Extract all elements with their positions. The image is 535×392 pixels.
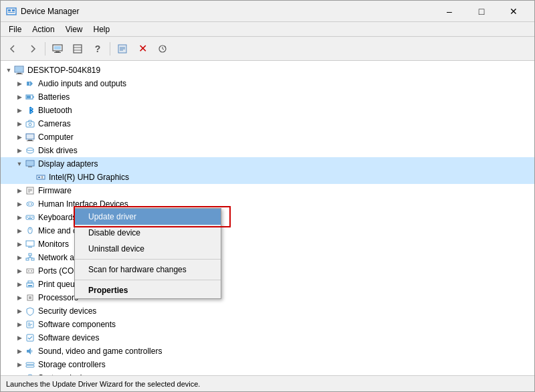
item-label: Cameras xyxy=(38,119,71,128)
root-label: DESKTOP-504K819 xyxy=(27,66,100,75)
list-item[interactable]: ▶ Storage controllers xyxy=(1,358,534,371)
expander: ▶ xyxy=(14,306,25,316)
ports-icon xyxy=(25,266,35,276)
svg-rect-54 xyxy=(26,258,29,260)
computer-button[interactable] xyxy=(48,39,67,58)
list-item[interactable]: ▶ Sound, video and game controllers xyxy=(1,345,534,358)
minimize-button[interactable]: – xyxy=(434,1,465,22)
list-item[interactable]: ▶ Audio inputs and outputs xyxy=(1,77,534,90)
separator-1 xyxy=(45,42,45,56)
content-area[interactable]: ▼ DESKTOP-504K819 ▶ Audio inputs xyxy=(1,61,534,375)
svg-rect-52 xyxy=(28,247,32,248)
svg-rect-6 xyxy=(56,52,60,52)
svg-rect-24 xyxy=(27,96,31,98)
maximize-button[interactable]: □ xyxy=(466,1,497,22)
list-item[interactable]: ▶ Firmware xyxy=(1,184,534,197)
expander: ▶ xyxy=(14,185,25,196)
expander: ▶ xyxy=(14,118,25,129)
expander: ▶ xyxy=(14,346,25,357)
status-text: Launches the Update Driver Wizard for th… xyxy=(6,380,200,388)
print-icon xyxy=(25,279,35,290)
item-label: Firmware xyxy=(38,186,72,195)
root-expander: ▼ xyxy=(3,65,14,76)
scan-button[interactable] xyxy=(153,39,172,58)
list-item[interactable]: ▶ Cameras xyxy=(1,117,534,130)
software-icon xyxy=(25,319,35,330)
list-item[interactable]: ▼ Display adapters xyxy=(1,157,534,171)
expander: ▶ xyxy=(14,105,25,116)
expander: ▶ xyxy=(14,145,25,156)
svg-rect-66 xyxy=(29,296,31,299)
context-scan-hardware[interactable]: Scan for hardware changes xyxy=(75,262,221,278)
context-disable-device[interactable]: Disable device xyxy=(75,225,221,241)
menu-help[interactable]: Help xyxy=(88,23,116,35)
svg-point-26 xyxy=(29,123,31,126)
close-button[interactable]: ✕ xyxy=(498,1,529,22)
computer-icon xyxy=(14,65,25,76)
audio-icon xyxy=(25,78,35,89)
device-manager-window: Device Manager – □ ✕ File Action View He… xyxy=(0,0,535,392)
camera-icon xyxy=(25,118,35,129)
context-menu-separator-2 xyxy=(75,280,221,280)
svg-rect-18 xyxy=(17,73,21,74)
item-label: Processors xyxy=(38,293,78,302)
software2-icon xyxy=(25,332,35,343)
back-button[interactable] xyxy=(3,39,22,58)
expander: ▶ xyxy=(14,332,25,343)
menu-action[interactable]: Action xyxy=(27,23,60,35)
list-item[interactable]: Intel(R) UHD Graphics xyxy=(1,171,534,184)
svg-point-75 xyxy=(27,375,33,375)
monitor-icon xyxy=(25,239,35,250)
item-label: Bluetooth xyxy=(38,106,72,115)
window-controls: – □ ✕ xyxy=(434,1,529,22)
svg-rect-36 xyxy=(41,176,43,179)
svg-rect-59 xyxy=(27,269,33,273)
item-label: Intel(R) UHD Graphics xyxy=(49,173,129,182)
toolbar: ? ✕ xyxy=(1,37,534,61)
svg-rect-5 xyxy=(54,46,61,50)
svg-point-30 xyxy=(27,148,33,151)
expander: ▶ xyxy=(14,239,25,250)
list-item[interactable]: ▶ Disk drives xyxy=(1,144,534,157)
list-item[interactable]: ▶ Bluetooth xyxy=(1,104,534,117)
context-update-driver[interactable]: Update driver xyxy=(75,209,221,225)
svg-point-61 xyxy=(31,270,32,272)
menu-view[interactable]: View xyxy=(60,23,88,35)
list-item[interactable]: ▶ Software devices xyxy=(1,331,534,345)
status-bar: Launches the Update Driver Wizard for th… xyxy=(1,375,534,391)
security-icon xyxy=(25,306,35,316)
menu-file[interactable]: File xyxy=(3,23,27,35)
list-item[interactable]: ▶ Software components xyxy=(1,318,534,331)
expander: ▶ xyxy=(14,373,25,375)
context-menu-separator xyxy=(75,259,221,260)
help-button[interactable]: ? xyxy=(88,39,107,58)
item-label: Computer xyxy=(38,132,74,142)
svg-rect-3 xyxy=(8,12,15,13)
expander xyxy=(25,172,35,183)
item-label: Disk drives xyxy=(38,146,78,155)
storage-icon xyxy=(25,359,35,370)
item-label: Batteries xyxy=(38,92,70,102)
list-item[interactable]: ▶ System devices xyxy=(1,371,534,375)
context-properties[interactable]: Properties xyxy=(75,282,221,298)
svg-rect-74 xyxy=(26,365,34,367)
svg-point-42 xyxy=(28,203,29,205)
list-item[interactable]: ▶ Batteries xyxy=(1,90,534,104)
device-list-button[interactable] xyxy=(68,39,87,58)
properties-button[interactable] xyxy=(113,39,132,58)
context-uninstall-device[interactable]: Uninstall device xyxy=(75,241,221,257)
item-label: Audio inputs and outputs xyxy=(38,79,126,88)
uninstall-button[interactable]: ✕ xyxy=(133,39,152,58)
svg-rect-46 xyxy=(29,217,31,217)
svg-rect-41 xyxy=(27,202,33,206)
processor-icon xyxy=(25,292,35,303)
item-label: Display adapters xyxy=(38,159,98,169)
list-item[interactable]: ▶ Computer xyxy=(1,130,534,144)
expander: ▶ xyxy=(14,212,25,223)
forward-button[interactable] xyxy=(23,39,42,58)
svg-rect-73 xyxy=(26,363,34,365)
svg-rect-7 xyxy=(54,52,61,53)
tree-root[interactable]: ▼ DESKTOP-504K819 xyxy=(1,64,534,77)
title-bar: Device Manager – □ ✕ xyxy=(1,1,534,22)
list-item[interactable]: ▶ Security devices xyxy=(1,304,534,318)
